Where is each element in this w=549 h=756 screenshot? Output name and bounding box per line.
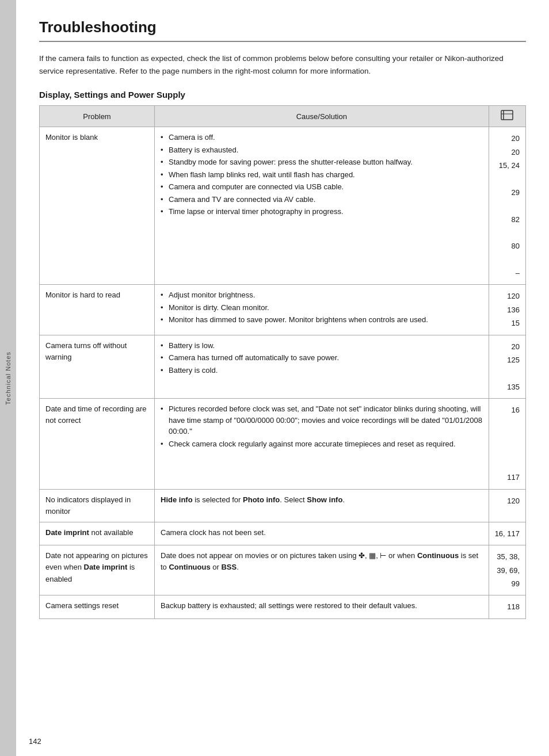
ref-cell: 120 [489, 489, 525, 522]
cause-cell: Adjust monitor brightness. Monitor is di… [155, 285, 489, 335]
table-row: Date not appearing on pictures even when… [40, 545, 526, 595]
sidebar-label: Technical Notes [5, 352, 12, 405]
table-row: Monitor is blank Camera is off. Battery … [40, 127, 526, 285]
cause-cell: Battery is low. Camera has turned off au… [155, 335, 489, 399]
problem-cell: Monitor is hard to read [40, 285, 155, 335]
cause-cell: Hide info is selected for Photo info. Se… [155, 489, 489, 522]
sidebar: Technical Notes [0, 0, 16, 756]
troubleshooting-table: Problem Cause/Solution Monitor is [39, 105, 526, 619]
col-header-ref [489, 106, 525, 127]
ref-cell: 118 [489, 595, 525, 618]
section-title: Display, Settings and Power Supply [39, 90, 526, 100]
table-row: Camera settings reset Backup battery is … [40, 595, 526, 618]
table-row: Monitor is hard to read Adjust monitor b… [40, 285, 526, 335]
problem-cell: Date and time of recording are not corre… [40, 399, 155, 489]
cause-cell: Date does not appear on movies or on pic… [155, 545, 489, 595]
cause-cell: Backup battery is exhausted; all setting… [155, 595, 489, 618]
col-header-problem: Problem [40, 106, 155, 127]
problem-cell: Camera settings reset [40, 595, 155, 618]
problem-cell: No indicators displayed in monitor [40, 489, 155, 522]
table-row: Camera turns off without warning Battery… [40, 335, 526, 399]
table-row: No indicators displayed in monitor Hide … [40, 489, 526, 522]
cause-cell: Pictures recorded before clock was set, … [155, 399, 489, 489]
page-wrapper: Technical Notes Troubleshooting If the c… [0, 0, 549, 756]
svg-rect-0 [501, 110, 513, 120]
ref-cell: 35, 38,39, 69,99 [489, 545, 525, 595]
col-header-cause: Cause/Solution [155, 106, 489, 127]
problem-cell: Date not appearing on pictures even when… [40, 545, 155, 595]
page-number: 142 [29, 737, 41, 746]
cause-cell: Camera is off. Battery is exhausted. Sta… [155, 127, 489, 285]
ref-cell: 16117 [489, 399, 525, 489]
intro-text: If the camera fails to function as expec… [39, 52, 526, 77]
table-row: Date and time of recording are not corre… [40, 399, 526, 489]
ref-cell: 202015, 24298280– [489, 127, 525, 285]
ref-cell: 20125135 [489, 335, 525, 399]
ref-cell: 16, 117 [489, 522, 525, 545]
problem-cell: Monitor is blank [40, 127, 155, 285]
page-title: Troubleshooting [39, 18, 526, 42]
problem-cell: Camera turns off without warning [40, 335, 155, 399]
ref-cell: 12013615 [489, 285, 525, 335]
cause-cell: Camera clock has not been set. [155, 522, 489, 545]
ref-icon [501, 110, 513, 120]
problem-cell: Date imprint not available [40, 522, 155, 545]
main-content: Troubleshooting If the camera fails to f… [16, 0, 549, 756]
table-row: Date imprint not available Camera clock … [40, 522, 526, 545]
